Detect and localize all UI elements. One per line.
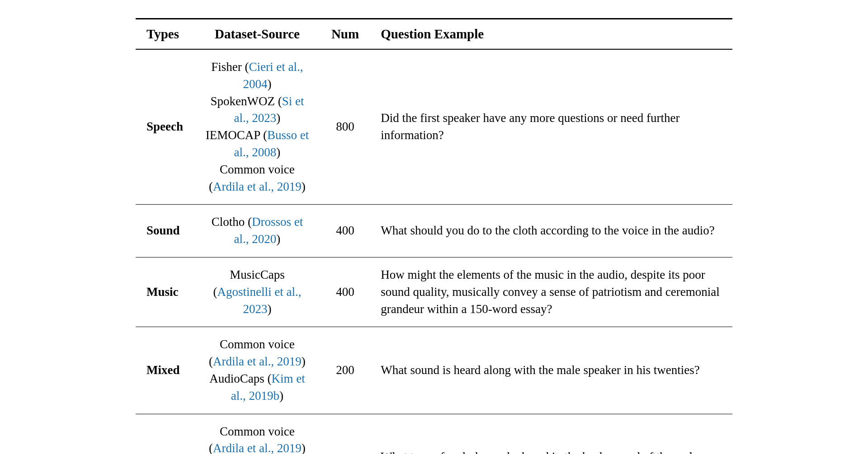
cell-question: What sound is heard along with the male … [370, 327, 732, 414]
table-row: MixedCommon voice (Ardila et al., 2019)A… [136, 327, 732, 414]
cell-type: Sound [136, 205, 194, 257]
citation-link: Busso et al., 2008 [234, 128, 309, 159]
cell-num: 200 [321, 414, 370, 454]
cell-question: Did the first speaker have any more ques… [370, 49, 732, 205]
cell-num: 200 [321, 327, 370, 414]
table-row: MusicMusicCaps (Agostinelli et al., 2023… [136, 257, 732, 327]
citation-link: Ardila et al., 2019 [213, 180, 302, 193]
citation-link: Ardila et al., 2019 [213, 355, 302, 368]
dataset-entry: IEMOCAP (Busso et al., 2008) [205, 127, 310, 161]
col-header-dataset-source: Dataset-Source [194, 19, 321, 50]
table-container: Types Dataset-Source Num Question Exampl… [118, 0, 750, 454]
cell-question: What type of melody can be heard in the … [370, 414, 732, 454]
table-row: SpeechFisher (Cieri et al., 2004)SpokenW… [136, 49, 732, 205]
table-header-row: Types Dataset-Source Num Question Exampl… [136, 19, 732, 50]
citation-link: Si et al., 2023 [234, 94, 304, 125]
cell-num: 400 [321, 205, 370, 257]
table-row: SoundClotho (Drossos et al., 2020)400Wha… [136, 205, 732, 257]
cell-question: How might the elements of the music in t… [370, 257, 732, 327]
dataset-entry: Fisher (Cieri et al., 2004) [205, 59, 310, 93]
cell-num: 400 [321, 257, 370, 327]
cell-dataset: Common voice (Ardila et al., 2019)MusicC… [194, 414, 321, 454]
citation-link: Drossos et al., 2020 [234, 215, 303, 246]
cell-dataset: Fisher (Cieri et al., 2004)SpokenWOZ (Si… [194, 49, 321, 205]
cell-type: Mixed [136, 327, 194, 414]
citation-link: Cieri et al., 2004 [243, 60, 303, 91]
citation-link: Agostinelli et al., 2023 [217, 285, 301, 316]
col-header-question-example: Question Example [370, 19, 732, 50]
cell-question: What should you do to the cloth accordin… [370, 205, 732, 257]
cell-dataset: MusicCaps (Agostinelli et al., 2023) [194, 257, 321, 327]
data-table: Types Dataset-Source Num Question Exampl… [136, 18, 732, 454]
col-header-types: Types [136, 19, 194, 50]
cell-dataset: Common voice (Ardila et al., 2019)AudioC… [194, 327, 321, 414]
dataset-entry: MusicCaps (Agostinelli et al., 2023) [205, 267, 310, 318]
citation-link: Ardila et al., 2019 [213, 441, 302, 454]
col-header-num: Num [321, 19, 370, 50]
cell-type: Audio [136, 414, 194, 454]
dataset-entry: Common voice (Ardila et al., 2019) [205, 336, 310, 370]
dataset-entry: Common voice (Ardila et al., 2019) [205, 161, 310, 196]
table-row: AudioCommon voice (Ardila et al., 2019)M… [136, 414, 732, 454]
dataset-entry: SpokenWOZ (Si et al., 2023) [205, 93, 310, 127]
dataset-entry: Common voice (Ardila et al., 2019) [205, 423, 310, 454]
cell-type: Speech [136, 49, 194, 205]
cell-type: Music [136, 257, 194, 327]
citation-link: Kim et al., 2019b [231, 372, 305, 403]
cell-num: 800 [321, 49, 370, 205]
cell-dataset: Clotho (Drossos et al., 2020) [194, 205, 321, 257]
dataset-entry: Clotho (Drossos et al., 2020) [205, 214, 310, 248]
dataset-entry: AudioCaps (Kim et al., 2019b) [205, 370, 310, 405]
